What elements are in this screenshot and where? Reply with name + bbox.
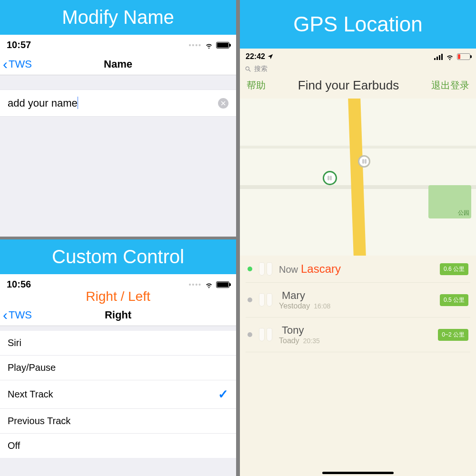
option-label: Off (8, 440, 20, 451)
device-time: 16:08 (314, 302, 330, 310)
distance-badge: 0.6 公里 (440, 263, 468, 275)
earbuds-icon (327, 176, 332, 180)
location-arrow-icon (267, 52, 274, 60)
earbuds-icon (257, 262, 274, 276)
device-list: NowLascary0.6 公里MaryYestoday16:080.5 公里T… (240, 256, 476, 469)
banner-custom: Custom Control (0, 239, 236, 274)
cellular-dots-icon: •••• (188, 281, 202, 288)
status-time: 10:56 (7, 279, 31, 290)
option-off[interactable]: Off (0, 434, 236, 458)
battery-icon (216, 281, 229, 288)
device-text: NowLascary (279, 262, 435, 276)
device-row[interactable]: MaryYestoday16:080.5 公里 (246, 283, 470, 317)
home-indicator[interactable] (322, 472, 394, 474)
wifi-icon (205, 41, 213, 50)
overlay-label: Right / Left (0, 289, 236, 304)
logout-link[interactable]: 退出登录 (431, 79, 469, 92)
device-sub: Toady (279, 337, 299, 345)
nav-bar: ‹ TWS Right (0, 304, 236, 326)
distance-badge: 0.5 公里 (440, 294, 468, 306)
svg-line-1 (249, 70, 251, 72)
find-header: 帮助 Find your Earbuds 退出登录 (240, 75, 476, 99)
nav-title: Right (0, 309, 236, 321)
status-time: 22:42 (246, 52, 265, 60)
battery-low-icon (457, 53, 470, 60)
clear-button[interactable] (218, 98, 228, 109)
nav-bar: ‹ TWS Name (0, 53, 236, 75)
device-time: 20:35 (303, 337, 320, 345)
option-label: Siri (8, 337, 21, 348)
map-screen: 22:42 搜索 帮助 Find you (240, 49, 476, 476)
earbuds-icon (362, 159, 367, 164)
map-park-label: 公园 (458, 209, 469, 217)
wifi-icon (446, 52, 454, 61)
distance-badge: 0~2 公里 (438, 329, 468, 341)
wifi-icon (205, 280, 213, 289)
option-label: Play/Pause (8, 362, 56, 373)
map-pin-earbud[interactable] (358, 155, 370, 168)
search-row[interactable]: 搜索 (240, 63, 476, 75)
status-bar: 22:42 (240, 49, 476, 63)
option-label: Next Track (8, 389, 53, 400)
status-time: 10:57 (7, 40, 31, 50)
option-next-track[interactable]: Next Track✓ (0, 380, 236, 409)
option-siri[interactable]: Siri (0, 331, 236, 356)
body: SiriPlay/PauseNext Track✓Previous TrackO… (0, 326, 236, 476)
map-road-main (348, 99, 366, 256)
map-pin-earbud-active[interactable] (323, 171, 337, 185)
close-icon (221, 101, 226, 106)
device-text: TonyToady20:35 (279, 324, 433, 345)
cellular-signal-icon (434, 54, 443, 60)
device-when: Now (279, 264, 298, 275)
device-name: Tony (282, 324, 304, 336)
device-row[interactable]: TonyToady20:350~2 公里 (246, 317, 470, 352)
option-previous-track[interactable]: Previous Track (0, 409, 236, 434)
status-dot-icon (248, 298, 252, 302)
device-name: Lascary (301, 262, 341, 275)
find-title: Find your Earbuds (266, 78, 431, 93)
help-link[interactable]: 帮助 (247, 79, 266, 92)
banner-modify: Modify Name (0, 0, 236, 35)
body: add your name (0, 75, 236, 237)
gps-panel: GPS Location 22:42 (240, 0, 476, 476)
nav-title: Name (0, 58, 236, 70)
name-input[interactable]: add your name (8, 97, 218, 109)
option-label: Previous Track (8, 416, 70, 426)
status-dot-icon (248, 332, 252, 337)
device-row[interactable]: NowLascary0.6 公里 (246, 256, 470, 283)
search-placeholder: 搜索 (254, 65, 268, 73)
option-list: SiriPlay/PauseNext Track✓Previous TrackO… (0, 331, 236, 458)
svg-point-0 (246, 67, 249, 70)
status-bar: 10:56 •••• (0, 274, 236, 290)
earbuds-icon (257, 293, 274, 307)
custom-control-panel: Custom Control 10:56 •••• Right / Left ‹… (0, 239, 236, 476)
text-cursor (78, 97, 79, 109)
device-name: Mary (282, 289, 305, 301)
modify-name-panel: Modify Name 10:57 •••• ‹ TWS Name add yo… (0, 0, 236, 237)
option-play-pause[interactable]: Play/Pause (0, 356, 236, 380)
search-icon (245, 66, 251, 72)
banner-gps: GPS Location (240, 0, 476, 49)
device-sub: Yestoday (279, 302, 310, 310)
earbuds-icon (257, 328, 274, 341)
checkmark-icon: ✓ (218, 387, 228, 402)
cellular-dots-icon: •••• (188, 41, 202, 49)
status-bar: 10:57 •••• (0, 35, 236, 53)
map-canvas[interactable]: 公园 (240, 99, 476, 256)
device-text: MaryYestoday16:08 (279, 289, 435, 310)
status-dot-icon (248, 267, 252, 271)
battery-icon (216, 42, 229, 49)
name-input-row[interactable]: add your name (0, 89, 236, 117)
